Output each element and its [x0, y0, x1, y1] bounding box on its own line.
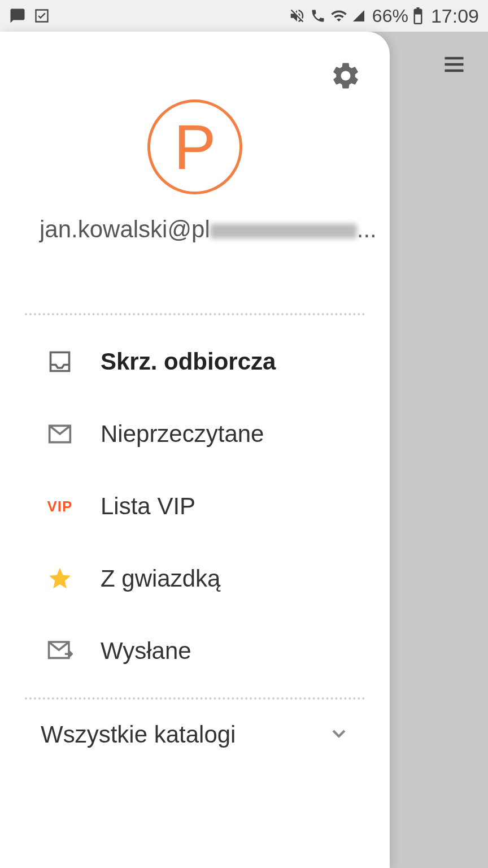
clock: 17:09 — [431, 5, 479, 27]
account-email[interactable]: jan.kowalski@pl... — [0, 216, 390, 243]
gear-icon — [330, 60, 361, 92]
checkbox-notification-icon — [34, 8, 50, 24]
sent-icon — [45, 640, 75, 662]
battery-icon — [413, 7, 423, 24]
nav-label: Nieprzeczytane — [101, 420, 264, 448]
status-bar: 66% 17:09 — [0, 0, 488, 32]
message-notification-icon — [9, 7, 26, 24]
settings-button[interactable] — [330, 60, 361, 94]
nav-item-vip[interactable]: VIP Lista VIP — [0, 470, 390, 542]
nav-label: Z gwiazdką — [101, 565, 220, 592]
nav-item-starred[interactable]: Z gwiazdką — [0, 542, 390, 615]
avatar-letter: P — [174, 111, 216, 184]
email-ellipsis: ... — [357, 216, 377, 242]
nav-label: Lista VIP — [101, 493, 195, 520]
nav-item-inbox[interactable]: Skrz. odbiorcza — [0, 326, 390, 398]
inbox-icon — [45, 349, 75, 374]
status-notifications — [9, 7, 50, 24]
email-redacted — [210, 224, 357, 238]
nav-label: Wysłane — [101, 637, 191, 665]
email-prefix: jan.kowalski@pl — [40, 216, 210, 242]
mail-icon — [45, 423, 75, 445]
vip-icon: VIP — [45, 498, 75, 515]
nav-item-unread[interactable]: Nieprzeczytane — [0, 398, 390, 470]
chevron-down-icon — [328, 722, 350, 747]
all-folders-toggle[interactable]: Wszystkie katalogi — [0, 700, 390, 748]
status-indicators: 66% 17:09 — [289, 5, 479, 27]
wifi-calling-icon — [310, 8, 326, 24]
hamburger-menu-button[interactable] — [442, 52, 467, 79]
nav-item-sent[interactable]: Wysłane — [0, 615, 390, 687]
navigation-drawer: P jan.kowalski@pl... Skrz. odbiorcza Nie… — [0, 32, 390, 868]
signal-icon — [352, 9, 365, 23]
star-icon — [45, 566, 75, 592]
avatar[interactable]: P — [147, 99, 242, 194]
battery-percent: 66% — [372, 6, 408, 27]
wifi-icon — [330, 7, 347, 24]
mute-icon — [289, 7, 306, 24]
nav-list: Skrz. odbiorcza Nieprzeczytane VIP Lista… — [0, 315, 390, 697]
nav-label: Skrz. odbiorcza — [101, 348, 276, 375]
all-folders-label: Wszystkie katalogi — [41, 721, 236, 748]
